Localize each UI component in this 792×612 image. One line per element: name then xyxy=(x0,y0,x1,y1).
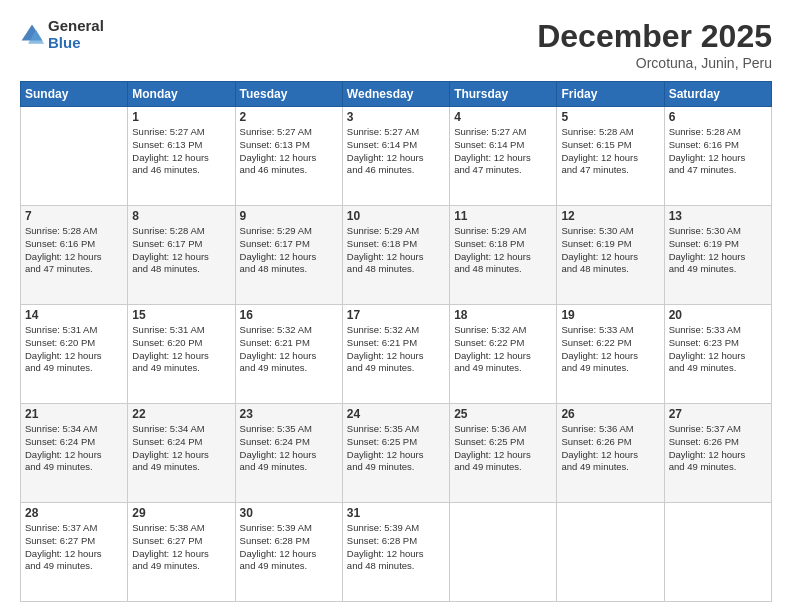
month-title: December 2025 xyxy=(537,18,772,55)
calendar-cell: 10Sunrise: 5:29 AMSunset: 6:18 PMDayligh… xyxy=(342,206,449,305)
calendar-cell: 7Sunrise: 5:28 AMSunset: 6:16 PMDaylight… xyxy=(21,206,128,305)
day-info: Sunrise: 5:37 AMSunset: 6:26 PMDaylight:… xyxy=(669,423,767,474)
day-number: 14 xyxy=(25,308,123,322)
day-info: Sunrise: 5:28 AMSunset: 6:16 PMDaylight:… xyxy=(669,126,767,177)
day-number: 17 xyxy=(347,308,445,322)
day-number: 29 xyxy=(132,506,230,520)
calendar-cell: 22Sunrise: 5:34 AMSunset: 6:24 PMDayligh… xyxy=(128,404,235,503)
calendar-cell: 3Sunrise: 5:27 AMSunset: 6:14 PMDaylight… xyxy=(342,107,449,206)
day-header-thursday: Thursday xyxy=(450,82,557,107)
day-number: 2 xyxy=(240,110,338,124)
calendar-cell: 24Sunrise: 5:35 AMSunset: 6:25 PMDayligh… xyxy=(342,404,449,503)
logo-blue: Blue xyxy=(48,35,104,52)
day-info: Sunrise: 5:32 AMSunset: 6:22 PMDaylight:… xyxy=(454,324,552,375)
day-info: Sunrise: 5:29 AMSunset: 6:17 PMDaylight:… xyxy=(240,225,338,276)
calendar-week-3: 14Sunrise: 5:31 AMSunset: 6:20 PMDayligh… xyxy=(21,305,772,404)
day-info: Sunrise: 5:35 AMSunset: 6:24 PMDaylight:… xyxy=(240,423,338,474)
calendar-cell: 30Sunrise: 5:39 AMSunset: 6:28 PMDayligh… xyxy=(235,503,342,602)
calendar-table: SundayMondayTuesdayWednesdayThursdayFrid… xyxy=(20,81,772,602)
day-number: 9 xyxy=(240,209,338,223)
day-info: Sunrise: 5:39 AMSunset: 6:28 PMDaylight:… xyxy=(347,522,445,573)
calendar-cell: 31Sunrise: 5:39 AMSunset: 6:28 PMDayligh… xyxy=(342,503,449,602)
calendar-cell: 25Sunrise: 5:36 AMSunset: 6:25 PMDayligh… xyxy=(450,404,557,503)
day-number: 23 xyxy=(240,407,338,421)
day-number: 5 xyxy=(561,110,659,124)
calendar-cell: 5Sunrise: 5:28 AMSunset: 6:15 PMDaylight… xyxy=(557,107,664,206)
day-number: 20 xyxy=(669,308,767,322)
day-header-saturday: Saturday xyxy=(664,82,771,107)
day-number: 18 xyxy=(454,308,552,322)
day-number: 7 xyxy=(25,209,123,223)
location-subtitle: Orcotuna, Junin, Peru xyxy=(537,55,772,71)
day-number: 26 xyxy=(561,407,659,421)
day-info: Sunrise: 5:39 AMSunset: 6:28 PMDaylight:… xyxy=(240,522,338,573)
logo-general: General xyxy=(48,18,104,35)
calendar-cell: 29Sunrise: 5:38 AMSunset: 6:27 PMDayligh… xyxy=(128,503,235,602)
day-info: Sunrise: 5:36 AMSunset: 6:25 PMDaylight:… xyxy=(454,423,552,474)
day-info: Sunrise: 5:32 AMSunset: 6:21 PMDaylight:… xyxy=(240,324,338,375)
day-number: 1 xyxy=(132,110,230,124)
calendar-cell: 26Sunrise: 5:36 AMSunset: 6:26 PMDayligh… xyxy=(557,404,664,503)
calendar-cell xyxy=(450,503,557,602)
day-number: 6 xyxy=(669,110,767,124)
calendar-cell: 13Sunrise: 5:30 AMSunset: 6:19 PMDayligh… xyxy=(664,206,771,305)
calendar-cell: 14Sunrise: 5:31 AMSunset: 6:20 PMDayligh… xyxy=(21,305,128,404)
day-info: Sunrise: 5:30 AMSunset: 6:19 PMDaylight:… xyxy=(561,225,659,276)
day-number: 8 xyxy=(132,209,230,223)
day-info: Sunrise: 5:33 AMSunset: 6:23 PMDaylight:… xyxy=(669,324,767,375)
logo-icon xyxy=(20,23,44,47)
calendar-cell: 15Sunrise: 5:31 AMSunset: 6:20 PMDayligh… xyxy=(128,305,235,404)
calendar-week-4: 21Sunrise: 5:34 AMSunset: 6:24 PMDayligh… xyxy=(21,404,772,503)
day-number: 13 xyxy=(669,209,767,223)
day-number: 4 xyxy=(454,110,552,124)
day-number: 28 xyxy=(25,506,123,520)
logo: General Blue xyxy=(20,18,104,51)
day-header-tuesday: Tuesday xyxy=(235,82,342,107)
day-number: 27 xyxy=(669,407,767,421)
day-info: Sunrise: 5:36 AMSunset: 6:26 PMDaylight:… xyxy=(561,423,659,474)
logo-text: General Blue xyxy=(48,18,104,51)
header: General Blue December 2025 Orcotuna, Jun… xyxy=(20,18,772,71)
day-info: Sunrise: 5:27 AMSunset: 6:14 PMDaylight:… xyxy=(454,126,552,177)
day-info: Sunrise: 5:30 AMSunset: 6:19 PMDaylight:… xyxy=(669,225,767,276)
calendar-cell: 21Sunrise: 5:34 AMSunset: 6:24 PMDayligh… xyxy=(21,404,128,503)
calendar-cell xyxy=(21,107,128,206)
calendar-cell xyxy=(557,503,664,602)
day-number: 11 xyxy=(454,209,552,223)
calendar-cell: 1Sunrise: 5:27 AMSunset: 6:13 PMDaylight… xyxy=(128,107,235,206)
day-header-wednesday: Wednesday xyxy=(342,82,449,107)
calendar-cell: 6Sunrise: 5:28 AMSunset: 6:16 PMDaylight… xyxy=(664,107,771,206)
day-number: 22 xyxy=(132,407,230,421)
day-info: Sunrise: 5:27 AMSunset: 6:14 PMDaylight:… xyxy=(347,126,445,177)
day-info: Sunrise: 5:35 AMSunset: 6:25 PMDaylight:… xyxy=(347,423,445,474)
calendar-week-5: 28Sunrise: 5:37 AMSunset: 6:27 PMDayligh… xyxy=(21,503,772,602)
day-info: Sunrise: 5:28 AMSunset: 6:17 PMDaylight:… xyxy=(132,225,230,276)
calendar-cell: 19Sunrise: 5:33 AMSunset: 6:22 PMDayligh… xyxy=(557,305,664,404)
page: General Blue December 2025 Orcotuna, Jun… xyxy=(0,0,792,612)
day-info: Sunrise: 5:27 AMSunset: 6:13 PMDaylight:… xyxy=(240,126,338,177)
calendar-cell: 2Sunrise: 5:27 AMSunset: 6:13 PMDaylight… xyxy=(235,107,342,206)
calendar-cell: 27Sunrise: 5:37 AMSunset: 6:26 PMDayligh… xyxy=(664,404,771,503)
calendar-week-1: 1Sunrise: 5:27 AMSunset: 6:13 PMDaylight… xyxy=(21,107,772,206)
title-area: December 2025 Orcotuna, Junin, Peru xyxy=(537,18,772,71)
day-info: Sunrise: 5:31 AMSunset: 6:20 PMDaylight:… xyxy=(25,324,123,375)
day-info: Sunrise: 5:28 AMSunset: 6:16 PMDaylight:… xyxy=(25,225,123,276)
calendar-header-row: SundayMondayTuesdayWednesdayThursdayFrid… xyxy=(21,82,772,107)
day-number: 31 xyxy=(347,506,445,520)
calendar-cell: 11Sunrise: 5:29 AMSunset: 6:18 PMDayligh… xyxy=(450,206,557,305)
day-number: 25 xyxy=(454,407,552,421)
day-number: 24 xyxy=(347,407,445,421)
day-number: 12 xyxy=(561,209,659,223)
day-number: 16 xyxy=(240,308,338,322)
calendar-cell: 23Sunrise: 5:35 AMSunset: 6:24 PMDayligh… xyxy=(235,404,342,503)
day-info: Sunrise: 5:28 AMSunset: 6:15 PMDaylight:… xyxy=(561,126,659,177)
calendar-cell: 18Sunrise: 5:32 AMSunset: 6:22 PMDayligh… xyxy=(450,305,557,404)
day-number: 30 xyxy=(240,506,338,520)
day-info: Sunrise: 5:34 AMSunset: 6:24 PMDaylight:… xyxy=(25,423,123,474)
day-number: 19 xyxy=(561,308,659,322)
day-info: Sunrise: 5:29 AMSunset: 6:18 PMDaylight:… xyxy=(347,225,445,276)
day-info: Sunrise: 5:32 AMSunset: 6:21 PMDaylight:… xyxy=(347,324,445,375)
day-info: Sunrise: 5:38 AMSunset: 6:27 PMDaylight:… xyxy=(132,522,230,573)
day-header-monday: Monday xyxy=(128,82,235,107)
calendar-cell xyxy=(664,503,771,602)
